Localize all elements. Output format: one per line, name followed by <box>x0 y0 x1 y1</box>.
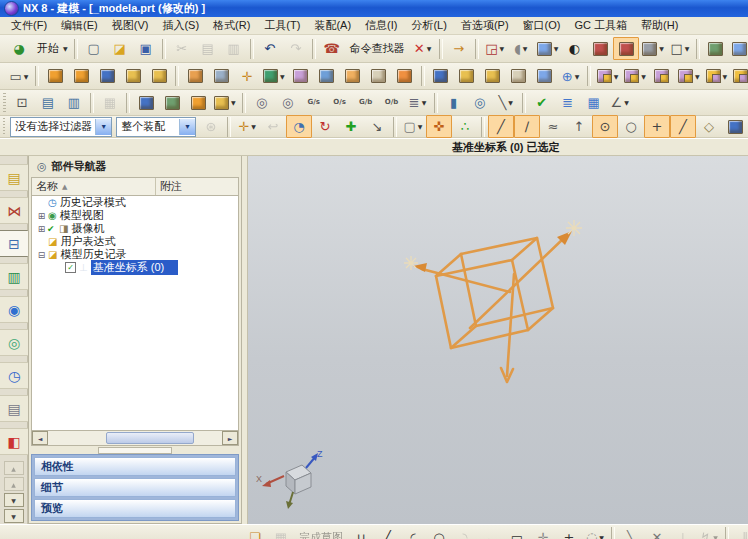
trim-icon[interactable] <box>392 65 418 88</box>
new-file-icon[interactable]: ▢ <box>81 37 107 60</box>
expand-toggle-icon[interactable]: ⊞ <box>36 211 47 221</box>
examine-geometry-icon[interactable]: ✔ <box>529 91 555 114</box>
snap-endpoint-icon[interactable]: ╱ <box>488 115 514 138</box>
show-hide-icon[interactable]: ◲▼ <box>482 37 508 60</box>
chevron-down-icon[interactable]: ▼ <box>422 99 427 106</box>
chevron-down-icon[interactable]: ▼ <box>251 123 256 130</box>
chevron-down-icon[interactable]: ▼ <box>695 73 700 80</box>
chevron-down-icon[interactable]: ▼ <box>554 45 559 52</box>
chevron-down-icon[interactable]: ▼ <box>63 45 68 52</box>
menu-item-11[interactable]: GC 工具箱 <box>567 17 634 34</box>
image-capture-icon[interactable]: ▦ <box>97 91 123 114</box>
snap-circle-icon[interactable]: ○ <box>618 115 644 138</box>
expand-toggle-icon[interactable]: ⊟ <box>36 250 47 260</box>
scrollbar-thumb[interactable] <box>106 432 194 444</box>
draft-icon[interactable] <box>340 65 366 88</box>
open-file-icon[interactable]: ◪ <box>107 37 133 60</box>
title-bar[interactable]: NX 8 - 建模 - [_modela.prt (修改的) ] <box>0 0 748 17</box>
layer-category-icon[interactable]: ▥ <box>61 91 87 114</box>
rotate-point-icon[interactable]: ↻ <box>312 115 338 138</box>
solid-body-icon[interactable] <box>722 115 748 138</box>
block-icon[interactable] <box>94 65 120 88</box>
chevron-down-icon[interactable]: ▼ <box>280 73 285 80</box>
circle-icon[interactable]: ○ <box>426 526 452 539</box>
boss-icon[interactable] <box>208 65 234 88</box>
profile-icon[interactable]: ∪ <box>348 526 374 539</box>
highlight-toggle-icon[interactable]: ◔ <box>286 115 312 138</box>
bounded-plane-icon[interactable] <box>428 65 454 88</box>
add-point-icon[interactable]: ✚ <box>338 115 364 138</box>
thicken-icon[interactable] <box>366 65 392 88</box>
emboss-body-icon[interactable]: ▼ <box>675 65 703 88</box>
chevron-down-icon[interactable]: ▼ <box>95 119 111 135</box>
chevron-down-icon[interactable]: ▼ <box>418 123 423 130</box>
scroll-down-icon[interactable]: ▼ <box>4 493 24 507</box>
promote-body-icon[interactable] <box>133 91 159 114</box>
navigator-column-header[interactable]: 名称 ▲ 附注 <box>31 177 239 196</box>
scroll-right-icon[interactable]: ► <box>222 431 238 445</box>
swept-icon[interactable] <box>480 65 506 88</box>
deselect-icon[interactable]: ↘ <box>364 115 390 138</box>
line-icon[interactable]: ╱ <box>374 526 400 539</box>
chevron-down-icon[interactable]: ▼ <box>523 45 528 52</box>
chevron-down-icon[interactable]: ▼ <box>508 99 513 106</box>
feature-checkbox[interactable]: ✓ <box>65 262 76 273</box>
ruled-icon[interactable] <box>506 65 532 88</box>
fillet-icon[interactable]: ◝ <box>452 526 478 539</box>
chamfer-icon[interactable]: ◟ <box>478 526 504 539</box>
snap-center-icon[interactable]: ⊙ <box>592 115 618 138</box>
menu-item-7[interactable]: 信息(I) <box>358 17 404 34</box>
extend-curve-icon[interactable]: ✕ <box>644 526 670 539</box>
quick-trim-icon[interactable]: ↯▼ <box>696 526 722 539</box>
selection-gear-icon[interactable]: ⊛ <box>198 115 224 138</box>
finish-sketch-button[interactable]: 完成草图 <box>294 526 348 539</box>
chevron-down-icon[interactable]: ▼ <box>685 45 690 52</box>
cancel-icon[interactable]: ✕▼ <box>410 37 436 60</box>
view-orient-icon[interactable]: ◐ <box>561 37 587 60</box>
navigator-hscrollbar[interactable]: ◄ ► <box>31 431 239 446</box>
expand-toggle-icon[interactable]: ⊞ <box>36 224 47 234</box>
paste-icon[interactable]: ▥ <box>221 37 247 60</box>
manual-sketch-icon[interactable]: ╲▼ <box>493 91 519 114</box>
start-button[interactable]: 开始▼ <box>32 37 71 60</box>
geometric-constraint-icon[interactable]: ∥ <box>732 526 748 539</box>
menu-item-6[interactable]: 装配(A) <box>307 17 358 34</box>
scroll-up-icon[interactable]: ▲ <box>4 461 24 475</box>
section-view-icon[interactable] <box>587 37 613 60</box>
os-constraint-icon[interactable]: O/s <box>327 91 353 114</box>
menu-item-2[interactable]: 视图(V) <box>105 17 156 34</box>
shell-icon[interactable] <box>314 65 340 88</box>
snapshot-icon[interactable] <box>613 37 639 60</box>
snap-plus-icon[interactable]: ✛▼ <box>234 115 260 138</box>
sketch-task-icon[interactable]: ❏ <box>242 526 268 539</box>
arc-icon[interactable]: ◜ <box>400 526 426 539</box>
chevron-down-icon[interactable]: ▼ <box>179 119 195 135</box>
constraint-list-icon[interactable]: ≣▼ <box>405 91 431 114</box>
chevron-down-icon[interactable]: ▼ <box>427 45 432 52</box>
part-navigator-header[interactable]: ◎ 部件导航器 <box>29 156 241 177</box>
nx-logo-icon[interactable]: ◕ <box>6 37 32 60</box>
move-component-icon[interactable] <box>703 37 729 60</box>
scroll-down-page-icon[interactable]: ▼ <box>4 509 24 523</box>
save-file-icon[interactable]: ▣ <box>133 37 159 60</box>
tree-item-datum-csys[interactable]: ✓⊥基准坐标系 (0) <box>32 261 238 274</box>
history-icon[interactable]: ◷ <box>0 362 28 389</box>
chevron-down-icon[interactable]: ▼ <box>723 73 728 80</box>
undo-icon[interactable]: ↶ <box>257 37 283 60</box>
wireframe-sphere-icon[interactable]: ⊕▼ <box>558 65 584 88</box>
assembly-constraint-icon[interactable]: ▼ <box>729 37 748 60</box>
wave-geometry-icon[interactable]: ▼ <box>211 91 239 114</box>
sphere-icon[interactable] <box>182 65 208 88</box>
command-finder-button[interactable]: 命令查找器 <box>345 37 410 60</box>
snap-point-on-curve-icon[interactable]: ╱ <box>670 115 696 138</box>
revolve-icon[interactable] <box>68 65 94 88</box>
instance-icon[interactable]: ✛ <box>234 65 260 88</box>
check-list-icon[interactable]: ≣ <box>555 91 581 114</box>
pin-constraint-icon[interactable]: ◎ <box>249 91 275 114</box>
make-corner-icon[interactable]: ⊥ <box>670 526 696 539</box>
menu-item-4[interactable]: 格式(R) <box>206 17 257 34</box>
pocket-icon[interactable] <box>288 65 314 88</box>
chevron-down-icon[interactable]: ▼ <box>231 99 236 106</box>
menu-item-12[interactable]: 帮助(H) <box>634 17 685 34</box>
plus-icon[interactable]: + <box>556 526 582 539</box>
